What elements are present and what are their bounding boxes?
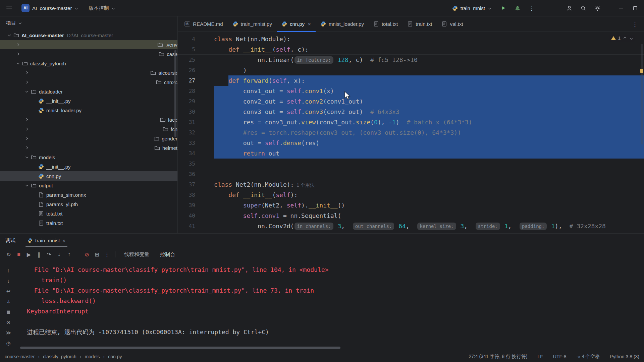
tree-item-helmet[interactable]: helmet	[0, 143, 177, 153]
main-menu-button[interactable]	[3, 2, 15, 14]
tree-item--init-.py[interactable]: __init__.py	[0, 96, 177, 106]
step-over-button[interactable]: ↷	[44, 250, 54, 259]
chevron-right-icon[interactable]	[15, 51, 157, 57]
line-separator[interactable]: LF	[537, 354, 543, 359]
chevron-right-icon[interactable]	[24, 145, 153, 150]
run-button[interactable]	[498, 2, 509, 14]
maximize-button[interactable]	[629, 2, 641, 14]
user-account-button[interactable]	[564, 2, 575, 14]
inspection-widget[interactable]: 1	[609, 35, 635, 42]
close-icon[interactable]: ×	[308, 21, 311, 27]
chevron-down-icon[interactable]	[7, 33, 12, 38]
print-button[interactable]: ≣	[4, 307, 13, 317]
tree-item-aicourse[interactable]: aicourse	[0, 68, 177, 77]
line-number[interactable]: 36	[178, 169, 195, 179]
navigate-up-button[interactable]: ↑	[4, 265, 13, 276]
project-selector[interactable]: AI AI_course-master	[18, 2, 82, 14]
chevron-right-icon[interactable]	[24, 79, 155, 85]
tab-readme.md[interactable]: M↓README.md	[180, 16, 228, 32]
caret-position[interactable]: 27:4 (341 字符, 8 行 换行符)	[469, 354, 527, 360]
vcs-widget[interactable]: 版本控制	[85, 2, 119, 14]
settings-button[interactable]	[592, 2, 603, 14]
tree-item-params-sim.onnx[interactable]: params_sim.onnx	[0, 190, 177, 199]
stack-trace-link[interactable]: D:\AI_course-master\classify_pytorch\tra…	[56, 287, 241, 294]
step-out-button[interactable]: ↑	[64, 250, 74, 259]
chevron-up-icon[interactable]	[623, 36, 627, 41]
tree-item--init-.py[interactable]: __init__.py	[0, 162, 177, 171]
tree-item-.venv[interactable]: .venv	[0, 40, 177, 49]
tab-options-button[interactable]: ⋮	[626, 20, 644, 28]
run-configuration-selector[interactable]: train_mnist	[449, 2, 495, 14]
line-number[interactable]: 38	[178, 190, 195, 200]
step-into-button[interactable]: ↓	[54, 250, 64, 259]
line-number[interactable]: 30	[178, 107, 195, 117]
chevron-right-icon[interactable]	[15, 42, 156, 47]
tree-item-cnn2c[interactable]: cnn2c	[0, 77, 177, 87]
line-number[interactable]: 37	[178, 179, 195, 190]
breadcrumb-course-master[interactable]: course-master	[5, 354, 35, 359]
threads-variables-tab[interactable]: 线程和变量	[119, 247, 155, 262]
chevron-down-icon[interactable]	[629, 36, 633, 41]
indent[interactable]: ⇥4 个空格	[576, 354, 600, 360]
chevron-down-icon[interactable]	[24, 89, 30, 94]
clear-all-button[interactable]: ⊗	[4, 317, 13, 327]
tree-item-output[interactable]: output	[0, 181, 177, 190]
view-breakpoints-button[interactable]: ⊞	[92, 250, 102, 259]
tree-item-train.txt[interactable]: train.txt	[0, 218, 177, 228]
console-output[interactable]: File "D:\AI_course-master\classify_pytor…	[17, 262, 644, 351]
tab-train-mnist.py[interactable]: train_mnist.py	[228, 16, 277, 32]
line-number[interactable]: 29	[178, 96, 195, 107]
tab-val.txt[interactable]: val.txt	[437, 16, 468, 32]
line-number[interactable]: 25	[178, 55, 195, 65]
mute-breakpoints-button[interactable]: ⊘	[82, 250, 92, 259]
code-editor[interactable]: 4class Net(nn.Module):5 def __init__(sel…	[178, 32, 644, 233]
line-number[interactable]: 33	[178, 138, 195, 148]
breadcrumb-classify-pytorch[interactable]: classify_pytorch	[43, 354, 76, 359]
encoding[interactable]: UTF-8	[553, 354, 567, 359]
tree-item-fcn[interactable]: fcn	[0, 124, 177, 134]
tree-item-face[interactable]: face	[0, 115, 177, 124]
console-horizontal-scrollbar[interactable]	[20, 347, 340, 349]
tab-mnist-loader.py[interactable]: mnist_loader.py	[316, 16, 369, 32]
tree-item-models[interactable]: models	[0, 153, 177, 162]
chevron-down-icon[interactable]	[24, 183, 30, 188]
chevron-right-icon[interactable]	[24, 117, 159, 122]
chevron-down-icon[interactable]	[15, 61, 21, 66]
line-number[interactable]: 34	[178, 148, 195, 159]
breadcrumb-cnn.py[interactable]: cnn.py	[108, 354, 122, 359]
line-number[interactable]: 27	[178, 75, 195, 86]
tree-item-case[interactable]: case	[0, 49, 177, 59]
line-number[interactable]: 4	[178, 34, 195, 44]
line-number[interactable]: 40	[178, 210, 195, 221]
project-panel-header[interactable]: 项目	[0, 16, 177, 29]
minimize-button[interactable]	[615, 2, 627, 14]
interpreter[interactable]: Python 3.8 (3)	[610, 354, 639, 359]
editor-scrollbar[interactable]	[641, 44, 643, 144]
tree-item-mnist-loader.py[interactable]: mnist_loader.py	[0, 106, 177, 115]
tree-item-cnn.py[interactable]: cnn.py	[0, 171, 177, 181]
tree-item-dataloader[interactable]: dataloader	[0, 87, 177, 96]
more-actions-button[interactable]: ⋮	[526, 2, 537, 14]
scroll-to-end-button[interactable]: ⇓	[4, 296, 13, 307]
line-number[interactable]: 39	[178, 200, 195, 210]
chevron-right-icon[interactable]	[24, 126, 161, 132]
line-number[interactable]: 41	[178, 221, 195, 231]
more-button[interactable]: ⋮	[102, 250, 112, 259]
history-button[interactable]: ◷	[4, 338, 13, 348]
tab-total.txt[interactable]: total.txt	[369, 16, 402, 32]
tree-item-ai-course-master[interactable]: AI_course-masterD:\AI_course-master	[0, 31, 177, 40]
tab-train.txt[interactable]: train.txt	[402, 16, 437, 32]
line-number[interactable]: 35	[178, 159, 195, 169]
tree-item-params-yl.pth[interactable]: params_yl.pth	[0, 199, 177, 209]
resume-button[interactable]: ▶	[24, 250, 34, 259]
pause-button[interactable]: ∥	[34, 250, 44, 259]
breadcrumb-models[interactable]: models	[85, 354, 100, 359]
line-number[interactable]: 5	[178, 44, 195, 54]
console-tab[interactable]: 控制台	[155, 247, 180, 262]
line-number[interactable]: 32	[178, 127, 195, 138]
search-button[interactable]	[578, 2, 589, 14]
debug-button[interactable]	[512, 2, 523, 14]
tree-item-classify-pytorch[interactable]: classify_pytorch	[0, 59, 177, 68]
line-number[interactable]: 28	[178, 86, 195, 96]
expand-button[interactable]: ≫	[4, 327, 13, 338]
